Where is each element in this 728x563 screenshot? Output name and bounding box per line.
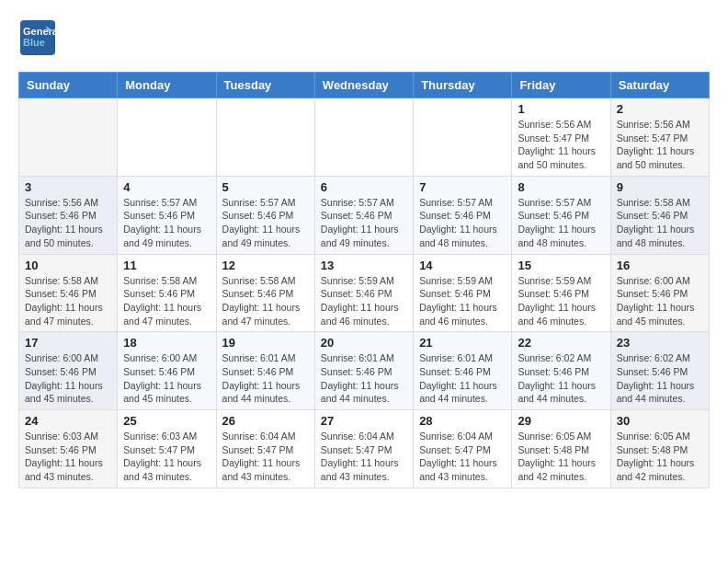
day-info: Sunrise: 5:56 AM Sunset: 5:47 PM Dayligh…: [617, 118, 703, 172]
day-info: Sunrise: 5:58 AM Sunset: 5:46 PM Dayligh…: [123, 274, 210, 328]
calendar-day-header: Friday: [512, 73, 610, 98]
calendar-day-header: Monday: [118, 73, 216, 98]
calendar-cell: 9Sunrise: 5:58 AM Sunset: 5:46 PM Daylig…: [610, 176, 709, 254]
day-number: 30: [617, 414, 703, 428]
day-info: Sunrise: 6:00 AM Sunset: 5:46 PM Dayligh…: [617, 274, 703, 328]
day-number: 16: [617, 259, 703, 272]
calendar-cell: 21Sunrise: 6:01 AM Sunset: 5:46 PM Dayli…: [414, 332, 512, 410]
day-info: Sunrise: 5:57 AM Sunset: 5:46 PM Dayligh…: [419, 196, 506, 250]
calendar-table: SundayMondayTuesdayWednesdayThursdayFrid…: [18, 72, 710, 488]
day-number: 21: [419, 336, 506, 350]
day-info: Sunrise: 6:02 AM Sunset: 5:46 PM Dayligh…: [617, 351, 703, 406]
day-info: Sunrise: 6:00 AM Sunset: 5:46 PM Dayligh…: [123, 351, 210, 406]
calendar-cell: 18Sunrise: 6:00 AM Sunset: 5:46 PM Dayli…: [118, 332, 216, 410]
calendar-cell: 6Sunrise: 5:57 AM Sunset: 5:46 PM Daylig…: [314, 176, 413, 254]
calendar-cell: 10Sunrise: 5:58 AM Sunset: 5:46 PM Dayli…: [19, 254, 118, 332]
day-info: Sunrise: 6:05 AM Sunset: 5:48 PM Dayligh…: [617, 430, 703, 484]
calendar-cell: 12Sunrise: 5:58 AM Sunset: 5:46 PM Dayli…: [216, 254, 314, 332]
calendar-day-header: Sunday: [19, 73, 118, 98]
day-number: 22: [518, 336, 604, 350]
day-number: 20: [321, 336, 407, 350]
calendar-cell: 19Sunrise: 6:01 AM Sunset: 5:46 PM Dayli…: [216, 332, 314, 410]
calendar-day-header: Thursday: [414, 73, 512, 98]
day-number: 11: [123, 259, 210, 272]
day-number: 26: [222, 414, 309, 428]
calendar-cell: 23Sunrise: 6:02 AM Sunset: 5:46 PM Dayli…: [610, 332, 709, 410]
calendar-cell: 16Sunrise: 6:00 AM Sunset: 5:46 PM Dayli…: [610, 254, 709, 332]
calendar-cell: 25Sunrise: 6:03 AM Sunset: 5:47 PM Dayli…: [118, 410, 216, 488]
page: General Blue SundayMondayTuesdayWednesda…: [0, 0, 728, 498]
day-info: Sunrise: 5:56 AM Sunset: 5:47 PM Dayligh…: [518, 118, 604, 172]
day-number: 27: [321, 414, 407, 428]
calendar-cell: 1Sunrise: 5:56 AM Sunset: 5:47 PM Daylig…: [512, 98, 610, 177]
day-number: 14: [419, 259, 506, 272]
day-info: Sunrise: 5:57 AM Sunset: 5:46 PM Dayligh…: [321, 196, 407, 250]
day-number: 23: [617, 336, 703, 350]
logo-icon: General Blue: [18, 18, 57, 57]
calendar-cell: [118, 98, 216, 177]
day-info: Sunrise: 6:02 AM Sunset: 5:46 PM Dayligh…: [518, 351, 604, 406]
calendar-cell: 2Sunrise: 5:56 AM Sunset: 5:47 PM Daylig…: [610, 98, 709, 177]
day-number: 12: [222, 259, 309, 272]
calendar-cell: [414, 98, 512, 177]
day-info: Sunrise: 6:04 AM Sunset: 5:47 PM Dayligh…: [321, 430, 407, 484]
calendar-cell: 8Sunrise: 5:57 AM Sunset: 5:46 PM Daylig…: [512, 176, 610, 254]
day-number: 2: [617, 102, 703, 116]
day-number: 13: [321, 259, 407, 272]
day-number: 15: [518, 259, 604, 272]
calendar-header-row: SundayMondayTuesdayWednesdayThursdayFrid…: [19, 73, 710, 98]
calendar-week-row: 10Sunrise: 5:58 AM Sunset: 5:46 PM Dayli…: [19, 254, 710, 332]
day-number: 3: [25, 180, 111, 194]
calendar-cell: 28Sunrise: 6:04 AM Sunset: 5:47 PM Dayli…: [414, 410, 512, 488]
day-info: Sunrise: 6:00 AM Sunset: 5:46 PM Dayligh…: [25, 351, 111, 406]
calendar-day-header: Tuesday: [216, 73, 314, 98]
day-number: 6: [321, 180, 407, 194]
calendar-week-row: 3Sunrise: 5:56 AM Sunset: 5:46 PM Daylig…: [19, 176, 710, 254]
day-info: Sunrise: 5:57 AM Sunset: 5:46 PM Dayligh…: [518, 196, 604, 250]
day-info: Sunrise: 5:57 AM Sunset: 5:46 PM Dayligh…: [123, 196, 210, 250]
calendar-week-row: 24Sunrise: 6:03 AM Sunset: 5:46 PM Dayli…: [19, 410, 710, 488]
calendar-day-header: Saturday: [610, 73, 709, 98]
day-info: Sunrise: 6:04 AM Sunset: 5:47 PM Dayligh…: [419, 430, 506, 484]
calendar-day-header: Wednesday: [314, 73, 413, 98]
day-number: 25: [123, 414, 210, 428]
calendar-cell: [216, 98, 314, 177]
day-number: 10: [25, 259, 111, 272]
logo: General Blue: [18, 18, 57, 57]
calendar-cell: 15Sunrise: 5:59 AM Sunset: 5:46 PM Dayli…: [512, 254, 610, 332]
day-number: 9: [617, 180, 703, 194]
day-number: 29: [518, 414, 604, 428]
day-number: 5: [222, 180, 309, 194]
calendar-cell: [314, 98, 413, 177]
day-number: 19: [222, 336, 309, 350]
day-number: 1: [518, 102, 604, 116]
day-number: 8: [518, 180, 604, 194]
day-info: Sunrise: 6:03 AM Sunset: 5:47 PM Dayligh…: [123, 430, 210, 484]
calendar-cell: [19, 98, 118, 177]
day-info: Sunrise: 5:58 AM Sunset: 5:46 PM Dayligh…: [617, 196, 703, 250]
calendar-cell: 14Sunrise: 5:59 AM Sunset: 5:46 PM Dayli…: [414, 254, 512, 332]
calendar-week-row: 17Sunrise: 6:00 AM Sunset: 5:46 PM Dayli…: [19, 332, 710, 410]
day-number: 4: [123, 180, 210, 194]
calendar-week-row: 1Sunrise: 5:56 AM Sunset: 5:47 PM Daylig…: [19, 98, 710, 177]
day-info: Sunrise: 6:01 AM Sunset: 5:46 PM Dayligh…: [222, 351, 309, 406]
calendar-cell: 11Sunrise: 5:58 AM Sunset: 5:46 PM Dayli…: [118, 254, 216, 332]
day-info: Sunrise: 5:59 AM Sunset: 5:46 PM Dayligh…: [419, 274, 506, 328]
day-number: 24: [25, 414, 111, 428]
calendar-cell: 20Sunrise: 6:01 AM Sunset: 5:46 PM Dayli…: [314, 332, 413, 410]
day-info: Sunrise: 5:59 AM Sunset: 5:46 PM Dayligh…: [321, 274, 407, 328]
calendar-cell: 5Sunrise: 5:57 AM Sunset: 5:46 PM Daylig…: [216, 176, 314, 254]
header: General Blue: [18, 18, 710, 57]
day-info: Sunrise: 5:57 AM Sunset: 5:46 PM Dayligh…: [222, 196, 309, 250]
day-info: Sunrise: 5:58 AM Sunset: 5:46 PM Dayligh…: [25, 274, 111, 328]
calendar-cell: 27Sunrise: 6:04 AM Sunset: 5:47 PM Dayli…: [314, 410, 413, 488]
day-info: Sunrise: 6:01 AM Sunset: 5:46 PM Dayligh…: [419, 351, 506, 406]
calendar-cell: 17Sunrise: 6:00 AM Sunset: 5:46 PM Dayli…: [19, 332, 118, 410]
calendar-cell: 22Sunrise: 6:02 AM Sunset: 5:46 PM Dayli…: [512, 332, 610, 410]
day-number: 17: [25, 336, 111, 350]
calendar-cell: 3Sunrise: 5:56 AM Sunset: 5:46 PM Daylig…: [19, 176, 118, 254]
day-info: Sunrise: 6:05 AM Sunset: 5:48 PM Dayligh…: [518, 430, 604, 484]
day-info: Sunrise: 6:01 AM Sunset: 5:46 PM Dayligh…: [321, 351, 407, 406]
day-info: Sunrise: 5:56 AM Sunset: 5:46 PM Dayligh…: [25, 196, 111, 250]
day-info: Sunrise: 6:03 AM Sunset: 5:46 PM Dayligh…: [25, 430, 111, 484]
